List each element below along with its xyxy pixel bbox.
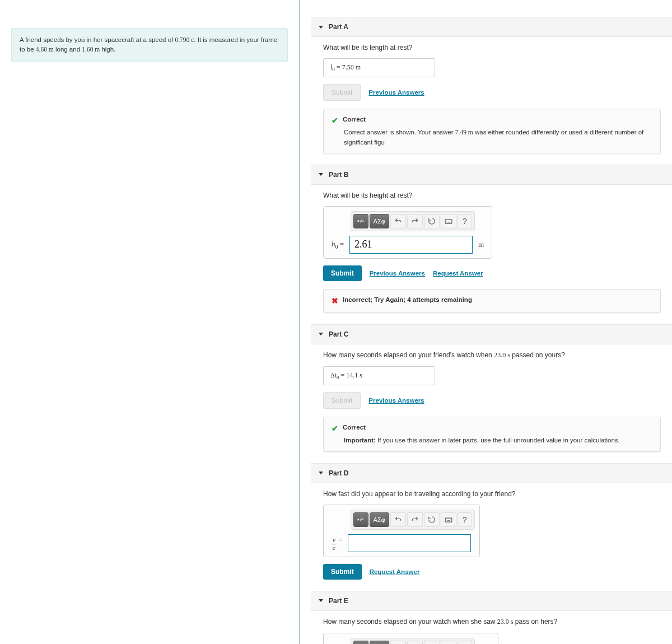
part-c-answer: Δt0 = 14.1 s (323, 366, 435, 385)
greek-button[interactable]: ΑΣφ (370, 214, 389, 228)
var-v-over-c: vc = (332, 535, 342, 551)
submit-button[interactable]: Submit (323, 564, 362, 580)
part-c-header[interactable]: Part C (311, 324, 672, 344)
part-e-body: How many seconds elapsed on your watch w… (300, 611, 672, 644)
previous-answers-link[interactable]: Previous Answers (370, 270, 425, 277)
part-b-answer-input[interactable] (349, 236, 473, 254)
undo-button[interactable] (390, 214, 406, 228)
caret-down-icon (319, 26, 323, 29)
part-d-answer-input[interactable] (348, 534, 471, 552)
caret-down-icon (319, 333, 323, 335)
part-a-question: What will be its length at rest? (323, 44, 661, 52)
svg-rect-1 (445, 518, 452, 522)
fb-correct-body: Correct answer is shown. Your answer 7.4… (344, 128, 652, 147)
redo-button[interactable] (407, 214, 423, 228)
submit-button[interactable]: Submit (323, 265, 362, 281)
templates-button[interactable]: ▪√▫ (353, 512, 368, 527)
greek-button[interactable]: ΑΣφ (370, 512, 389, 527)
keyboard-button[interactable] (441, 214, 456, 228)
part-b-body: What will be its height at rest? ▪√▫ ΑΣφ… (300, 185, 672, 324)
part-c-feedback: ✔ Correct Important: If you use this ans… (323, 417, 661, 451)
problem-pane: A friend speeds by you in her spacecraft… (0, 0, 300, 644)
part-e-title: Part E (329, 597, 348, 605)
problem-length: 4.60 m (36, 46, 54, 53)
unit-m: m (478, 240, 484, 249)
part-e-input-panel: ▪√▫ ΑΣφ ? Δt0 = s (323, 633, 498, 644)
answer-toolbar: ▪√▫ ΑΣφ ? (351, 211, 475, 231)
problem-text: A friend speeds by you in her spacecraft… (20, 36, 175, 43)
problem-height: 1.60 m (82, 46, 100, 53)
part-a-feedback: ✔ Correct Correct answer is shown. Your … (323, 109, 661, 153)
part-c-title: Part C (329, 330, 348, 338)
request-answer-link[interactable]: Request Answer (433, 270, 483, 277)
caret-down-icon (319, 599, 323, 602)
problem-speed: 0.790 c (175, 36, 194, 43)
part-b-header[interactable]: Part B (311, 165, 672, 185)
part-c-question: How many seconds elapsed on your friend'… (323, 351, 661, 360)
help-button[interactable]: ? (458, 641, 472, 644)
part-d-header[interactable]: Part D (311, 463, 672, 483)
previous-answers-link[interactable]: Previous Answers (368, 89, 424, 96)
reset-button[interactable] (424, 214, 440, 228)
fb-important-body: Important: If you use this answer in lat… (344, 436, 652, 445)
caret-down-icon (319, 472, 323, 474)
redo-button[interactable] (407, 641, 423, 644)
help-button[interactable]: ? (458, 214, 472, 228)
part-d-title: Part D (329, 469, 348, 477)
part-b-feedback: ✖ Incorrect; Try Again; 4 attempts remai… (323, 289, 661, 313)
part-d-question: How fast did you appear to be traveling … (323, 490, 661, 498)
answer-toolbar: ▪√▫ ΑΣφ ? (351, 638, 475, 644)
previous-answers-link[interactable]: Previous Answers (368, 397, 424, 404)
keyboard-button[interactable] (441, 641, 456, 644)
undo-button[interactable] (390, 641, 406, 644)
fb-correct-title: Correct (343, 115, 366, 124)
part-b-question: What will be its height at rest? (323, 192, 661, 199)
part-a-header[interactable]: Part A (311, 17, 672, 37)
answer-toolbar: ▪√▫ ΑΣφ ? (351, 510, 475, 530)
reset-button[interactable] (424, 641, 440, 644)
redo-button[interactable] (407, 512, 423, 527)
undo-button[interactable] (390, 512, 406, 527)
fb-incorrect-title: Incorrect; Try Again; 4 attempts remaini… (343, 295, 472, 305)
svg-rect-0 (445, 220, 452, 223)
part-d-input-panel: ▪√▫ ΑΣφ ? vc = (323, 505, 480, 557)
part-b-input-panel: ▪√▫ ΑΣφ ? h0 = m (323, 206, 492, 259)
check-icon: ✔ (332, 423, 338, 435)
x-icon: ✖ (332, 295, 338, 307)
keyboard-button[interactable] (441, 512, 456, 527)
caret-down-icon (319, 173, 323, 176)
part-e-question: How many seconds elapsed on your watch w… (323, 618, 661, 626)
check-icon: ✔ (332, 115, 338, 127)
part-c-body: How many seconds elapsed on your friend'… (300, 344, 672, 463)
reset-button[interactable] (424, 512, 440, 527)
problem-statement: A friend speeds by you in her spacecraft… (11, 28, 288, 62)
part-a-answer: l0 = 7.50 m (323, 58, 435, 77)
problem-text-mid2: long and (54, 46, 82, 53)
help-button[interactable]: ? (458, 512, 472, 527)
fb-correct-title: Correct (343, 423, 366, 432)
part-e-header[interactable]: Part E (311, 591, 672, 611)
templates-button[interactable]: ▪√▫ (353, 214, 368, 228)
part-b-title: Part B (329, 171, 348, 179)
part-d-body: How fast did you appear to be traveling … (300, 483, 672, 591)
parts-pane: Part A What will be its length at rest? … (300, 0, 672, 644)
problem-text-after: high. (100, 46, 115, 53)
part-a-title: Part A (329, 23, 348, 31)
submit-button: Submit (323, 392, 361, 409)
submit-button: Submit (323, 84, 361, 101)
templates-button[interactable]: ▪√▫ (353, 641, 368, 644)
part-a-body: What will be its length at rest? l0 = 7.… (300, 37, 672, 165)
var-h0: h0 = (332, 240, 344, 250)
greek-button[interactable]: ΑΣφ (370, 641, 389, 644)
request-answer-link[interactable]: Request Answer (370, 568, 420, 575)
